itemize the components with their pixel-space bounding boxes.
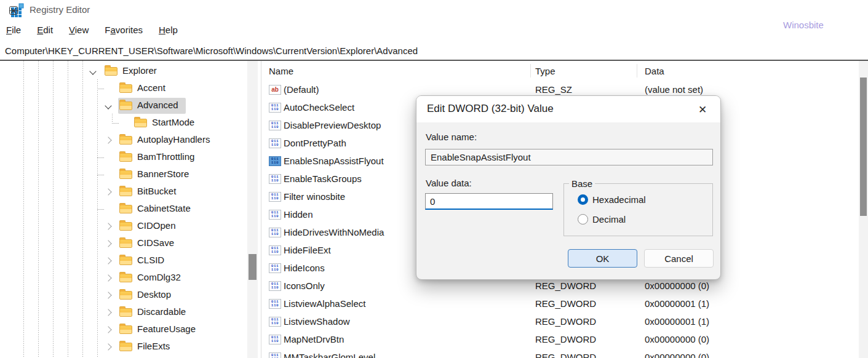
hexadecimal-radio[interactable]: Hexadecimal [578,194,646,205]
column-header-data[interactable]: Data [645,66,664,76]
chevron-right-icon[interactable] [105,137,111,143]
chevron-right-icon[interactable] [105,326,111,333]
chevron-right-icon[interactable] [105,292,111,298]
value-data-field[interactable]: 0 [425,193,553,210]
tree-item-cidsave[interactable]: CIDSave [0,235,261,252]
tree-scrollbar-thumb[interactable] [249,254,257,280]
column-separator[interactable] [637,64,637,78]
value-data: 0x00000000 (0) [645,280,709,291]
tree-connector [97,89,104,89]
chevron-right-icon[interactable] [105,309,111,316]
tree-item-cabinetstate[interactable]: CabinetState [0,201,261,218]
value-row-mapnetdrvbtn[interactable]: 011110MapNetDrvBtnREG_DWORD0x00000000 (0… [261,331,868,349]
tree-item-cidopen[interactable]: CIDOpen [0,218,261,235]
tree-item-label: Discardable [137,306,186,317]
tree-item-advanced[interactable]: Advanced [0,97,261,114]
value-name: Hidden [284,209,313,220]
value-name-text: EnableSnapAssistFlyout [431,152,531,162]
value-data: (value not set) [645,84,703,95]
close-button[interactable]: ✕ [0,0,27,21]
chevron-right-icon[interactable] [105,223,111,229]
address-bar[interactable]: Computer\HKEY_CURRENT_USER\Software\Micr… [0,43,868,61]
cancel-button[interactable]: Cancel [644,249,714,268]
tree-item-featureusage[interactable]: FeatureUsage [0,321,261,338]
menu-item-edit[interactable]: Edit [37,25,53,42]
tree-item-startmode[interactable]: StartMode [0,114,261,132]
value-type: REG_DWORD [535,334,596,344]
menu-item-favorites[interactable]: Favorites [105,25,143,42]
chevron-right-icon[interactable] [105,343,111,350]
tree-item-label: CLSID [137,255,164,265]
reg-dword-icon: 011110 [269,263,281,273]
tree-item-clsid[interactable]: CLSID [0,252,261,269]
tree-item-bamthrottling[interactable]: BamThrottling [0,149,261,166]
decimal-radio[interactable]: Decimal [578,214,626,225]
tree-item-desktop[interactable]: Desktop [0,287,261,304]
tree-item-label: FeatureUsage [137,324,196,334]
chevron-right-icon[interactable] [105,274,111,281]
chevron-right-icon[interactable] [105,240,111,247]
tree-item-bannerstore[interactable]: BannerStore [0,166,261,183]
tree-item-label: Explorer [122,65,157,76]
tree-item-discardable[interactable]: Discardable [0,304,261,321]
value-name: DontPrettyPath [284,138,346,148]
tree-item-bitbucket[interactable]: BitBucket [0,183,261,201]
menu-item-file[interactable]: File [6,25,21,42]
tree-connector [97,175,104,175]
folder-icon [119,222,132,231]
folder-icon [119,84,132,93]
tree-item-label: FileExts [137,341,170,351]
base-group-label: Base [569,178,595,189]
menu-item-view[interactable]: View [69,25,89,42]
list-scrollbar-thumb[interactable] [860,78,867,216]
dialog-close-icon[interactable]: ✕ [695,101,711,117]
folder-icon [134,119,147,127]
column-header-type[interactable]: Type [535,66,555,76]
tree-item-autoplayhandlers[interactable]: AutoplayHandlers [0,132,261,149]
tree-item-accent[interactable]: Accent [0,80,261,97]
tree-item-label: CIDSave [137,237,174,248]
chevron-down-icon[interactable] [89,68,96,74]
column-header-name[interactable]: Name [269,66,293,76]
tree-item-fileexts[interactable]: FileExts [0,338,261,356]
chevron-right-icon[interactable] [105,188,111,195]
value-row-iconsonly[interactable]: 011110IconsOnlyREG_DWORD0x00000000 (0) [261,277,868,295]
dialog-title: Edit DWORD (32-bit) Value [427,103,554,115]
radio-selected-icon [578,194,588,205]
radio-unselected-icon [578,214,588,225]
tree-pane: ExplorerAccentAdvancedStartModeAutoplayH… [0,61,261,358]
value-row-listviewalphaselect[interactable]: 011110ListviewAlphaSelectREG_DWORD0x0000… [261,295,868,313]
folder-icon [119,170,132,179]
decimal-label: Decimal [592,214,626,225]
value-name-field[interactable]: EnableSnapAssistFlyout [425,149,713,165]
folder-icon [105,67,117,76]
ok-button[interactable]: OK [568,249,637,268]
value-type: REG_DWORD [535,298,596,309]
tree-item-label: BitBucket [137,186,176,196]
cancel-button-label: Cancel [664,253,693,264]
tree-connector [112,123,119,124]
tree-item-label: Advanced [137,100,178,110]
value-name: ListviewAlphaSelect [284,298,365,309]
value-name: AutoCheckSelect [284,102,354,113]
value-type: REG_DWORD [535,316,596,327]
reg-sz-icon: ab [269,85,281,95]
base-group: Base Hexadecimal Decimal [563,183,713,236]
menu-item-help[interactable]: Help [159,25,178,42]
reg-dword-icon: 011110 [269,156,281,166]
tree-scrollbar[interactable] [247,61,258,358]
value-data: 0x00000000 (0) [645,334,709,344]
value-row-mmtaskbarglomlevel[interactable]: 011110MMTaskbarGlomLevelREG_DWORD0x00000… [261,349,868,358]
value-data-label: Value data: [426,178,472,188]
tree-item-comdlg32[interactable]: ComDlg32 [0,269,261,287]
tree-item-explorer[interactable]: Explorer [0,63,261,80]
chevron-right-icon[interactable] [105,257,111,264]
column-separator[interactable] [530,64,531,78]
address-path: Computer\HKEY_CURRENT_USER\Software\Micr… [5,46,418,56]
menu-bar: FileEditViewFavoritesHelp [0,25,194,42]
value-name: HideDrivesWithNoMedia [284,227,384,237]
value-row-listviewshadow[interactable]: 011110ListviewShadowREG_DWORD0x00000001 … [261,313,868,331]
chevron-down-icon[interactable] [105,102,111,109]
ok-button-label: OK [596,253,610,264]
reg-dword-icon: 011110 [269,245,281,255]
